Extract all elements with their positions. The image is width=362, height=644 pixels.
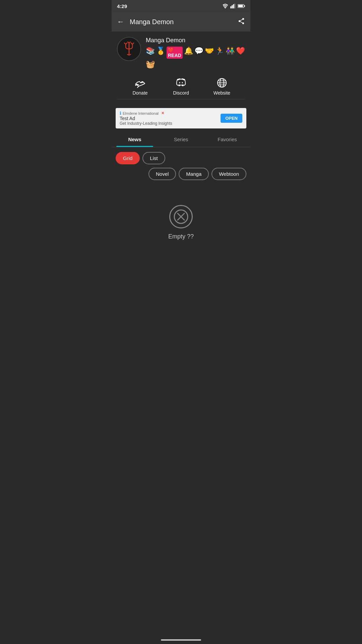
ad-title: Test Ad: [120, 116, 217, 121]
emoji-basket: 🧺: [146, 60, 155, 69]
website-icon: [217, 77, 227, 88]
svg-rect-1: [230, 6, 231, 8]
view-filter: Grid List: [116, 152, 165, 164]
status-bar: 4:29: [112, 0, 250, 12]
donate-button[interactable]: Donate: [120, 77, 161, 96]
actions-row: Donate Discord Website: [117, 72, 245, 99]
svg-rect-7: [244, 5, 245, 7]
tabs-row: News Series Favories: [112, 132, 250, 147]
profile-section: Manga Demon 📚 🥇 ❤️READ 🔔 💬 🤝 🏃 👫 ❤️ 🧺: [112, 32, 250, 105]
emoji-chat: 💬: [194, 47, 203, 59]
website-button[interactable]: Website: [201, 77, 242, 96]
trident-icon: [122, 42, 136, 56]
back-button[interactable]: ←: [117, 17, 124, 26]
svg-point-0: [225, 8, 226, 9]
emoji-row: 📚 🥇 ❤️READ 🔔 💬 🤝 🏃 👫 ❤️ 🧺: [146, 47, 245, 69]
tab-series[interactable]: Series: [158, 132, 204, 147]
profile-row: Manga Demon 📚 🥇 ❤️READ 🔔 💬 🤝 🏃 👫 ❤️ 🧺: [117, 37, 245, 69]
grid-button[interactable]: Grid: [116, 152, 140, 164]
svg-rect-4: [234, 4, 235, 8]
share-button[interactable]: [238, 17, 245, 26]
profile-name: Manga Demon: [146, 37, 245, 44]
ad-banner: ℹ Elmdene International ✕ Test Ad Get In…: [116, 108, 246, 128]
donate-icon: [135, 77, 145, 88]
battery-icon: [238, 4, 245, 8]
list-button[interactable]: List: [142, 152, 165, 164]
tab-news[interactable]: News: [112, 132, 158, 147]
emoji-bell: 🔔: [184, 47, 193, 59]
avatar: [117, 37, 141, 61]
emoji-books: 📚: [146, 47, 155, 59]
website-label: Website: [214, 90, 230, 96]
discord-icon: [176, 77, 186, 88]
discord-button[interactable]: Discord: [161, 77, 201, 96]
emoji-run: 🏃: [215, 47, 224, 59]
emoji-medal: 🥇: [156, 47, 165, 59]
ad-info-icon: ℹ: [120, 111, 121, 116]
emoji-read: ❤️READ: [167, 47, 183, 59]
ad-close-icon[interactable]: ✕: [161, 111, 164, 115]
donate-label: Donate: [132, 90, 147, 96]
svg-rect-6: [238, 5, 243, 7]
svg-rect-3: [233, 4, 234, 8]
webtoon-button[interactable]: Webtoon: [212, 168, 246, 180]
novel-button[interactable]: Novel: [148, 168, 176, 180]
app-bar: ← Manga Demon: [112, 12, 250, 32]
profile-info: Manga Demon 📚 🥇 ❤️READ 🔔 💬 🤝 🏃 👫 ❤️ 🧺: [146, 37, 245, 69]
type-filter: Novel Manga Webtoon: [148, 168, 246, 180]
ad-subtitle: Get Industry-Leading Insights: [120, 121, 217, 126]
filter-row: Grid List Novel Manga Webtoon: [112, 147, 250, 185]
ad-info: ℹ Elmdene International ✕ Test Ad Get In…: [120, 111, 217, 126]
ad-source: ℹ Elmdene International ✕: [120, 111, 217, 116]
svg-rect-2: [232, 5, 233, 8]
empty-text: Empty ??: [168, 233, 194, 240]
ad-open-button[interactable]: OPEN: [221, 114, 242, 123]
manga-button[interactable]: Manga: [179, 168, 209, 180]
status-icons: [222, 4, 245, 8]
empty-state: Empty ??: [112, 185, 250, 260]
wifi-icon: [222, 4, 228, 8]
emoji-heart: ❤️: [236, 47, 245, 59]
discord-label: Discord: [173, 90, 189, 96]
status-time: 4:29: [117, 3, 127, 9]
tab-favories[interactable]: Favories: [204, 132, 250, 147]
emoji-handshake: 🤝: [205, 47, 214, 59]
signal-icon: [230, 4, 236, 8]
emoji-couple: 👫: [226, 47, 235, 59]
app-bar-title: Manga Demon: [130, 18, 238, 26]
empty-icon: [169, 205, 193, 228]
